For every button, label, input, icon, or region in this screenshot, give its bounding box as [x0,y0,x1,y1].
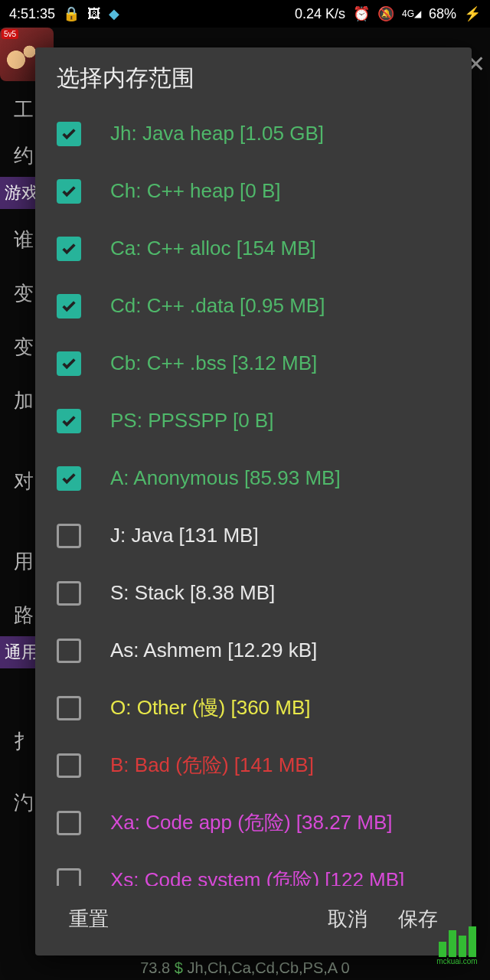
memory-range-item[interactable]: Xa: Code app (危险) [38.27 MB] [57,794,472,851]
cancel-button[interactable]: 取消 [312,900,383,939]
memory-range-item[interactable]: Ca: C++ alloc [154 MB] [57,220,472,277]
memory-range-item[interactable]: Cb: C++ .bss [3.12 MB] [57,335,472,392]
checkbox[interactable] [57,122,81,146]
memory-range-item[interactable]: Xs: Code system (危险) [122 MB] [57,851,472,886]
reset-button[interactable]: 重置 [54,900,124,939]
memory-range-item[interactable]: Ch: C++ heap [0 B] [57,162,472,220]
statusbar: 4:51:35 🔒 🖼 ◆ 0.24 K/s ⏰ 🔕 4G◢ 68% ⚡ [0,0,490,28]
app-icon: ◆ [109,5,119,22]
mute-icon: 🔕 [377,5,394,22]
checkbox[interactable] [57,811,81,835]
memory-range-label: Ca: C++ alloc [154 MB] [110,237,316,260]
charging-icon: ⚡ [464,5,481,22]
memory-range-label: Jh: Java heap [1.05 GB] [110,122,324,145]
checkbox[interactable] [57,466,81,491]
memory-range-item[interactable]: PS: PPSSPP [0 B] [57,392,472,449]
checkbox[interactable] [57,237,81,261]
checkbox[interactable] [57,696,81,720]
lock-icon: 🔒 [63,5,80,22]
alarm-icon: ⏰ [353,5,370,22]
memory-range-item[interactable]: J: Java [131 MB] [57,507,472,564]
memory-range-dialog: 选择内存范围 Jh: Java heap [1.05 GB]Ch: C++ he… [35,47,472,956]
checkbox[interactable] [57,753,81,778]
memory-range-label: A: Anonymous [85.93 MB] [110,466,341,490]
status-netspeed: 0.24 K/s [295,6,345,22]
memory-range-item[interactable]: As: Ashmem [12.29 kB] [57,622,472,679]
memory-range-label: Xs: Code system (危险) [122 MB] [110,867,404,886]
memory-range-item[interactable]: O: Other (慢) [360 MB] [57,679,472,737]
memory-range-item[interactable]: Cd: C++ .data [0.95 MB] [57,277,472,335]
memory-range-label: J: Java [131 MB] [110,524,259,547]
dialog-title: 选择内存范围 [35,47,472,105]
memory-range-label: PS: PPSSPP [0 B] [110,409,273,433]
memory-range-item[interactable]: B: Bad (危险) [141 MB] [57,737,472,794]
memory-range-label: O: Other (慢) [360 MB] [110,694,311,721]
watermark-logo: mckuai.com [430,926,484,972]
memory-range-list: Jh: Java heap [1.05 GB]Ch: C++ heap [0 B… [35,105,472,886]
footer-status: 73.8 $ Jh,Ch,Ca,Cd,Cb,PS,A 0 [0,956,490,980]
memory-range-item[interactable]: A: Anonymous [85.93 MB] [57,449,472,507]
checkbox[interactable] [57,868,81,887]
checkbox[interactable] [57,351,81,376]
memory-range-label: Ch: C++ heap [0 B] [110,179,281,203]
checkbox[interactable] [57,581,81,606]
signal-icon: 4G◢ [402,8,421,19]
memory-range-label: Xa: Code app (危险) [38.27 MB] [110,809,393,836]
memory-range-label: Cd: C++ .data [0.95 MB] [110,294,325,318]
memory-range-label: S: Stack [8.38 MB] [110,581,275,605]
status-battery: 68% [429,6,456,22]
memory-range-item[interactable]: Jh: Java heap [1.05 GB] [57,105,472,162]
checkbox[interactable] [57,179,81,204]
memory-range-label: B: Bad (危险) [141 MB] [110,752,314,779]
image-icon: 🖼 [87,6,101,22]
checkbox[interactable] [57,409,81,433]
status-time: 4:51:35 [9,6,55,22]
checkbox[interactable] [57,524,81,548]
checkbox[interactable] [57,639,81,663]
memory-range-label: Cb: C++ .bss [3.12 MB] [110,351,317,375]
checkbox[interactable] [57,294,81,318]
memory-range-item[interactable]: S: Stack [8.38 MB] [57,564,472,622]
memory-range-label: As: Ashmem [12.29 kB] [110,639,317,662]
dialog-actions: 重置 取消 保存 [35,886,472,956]
